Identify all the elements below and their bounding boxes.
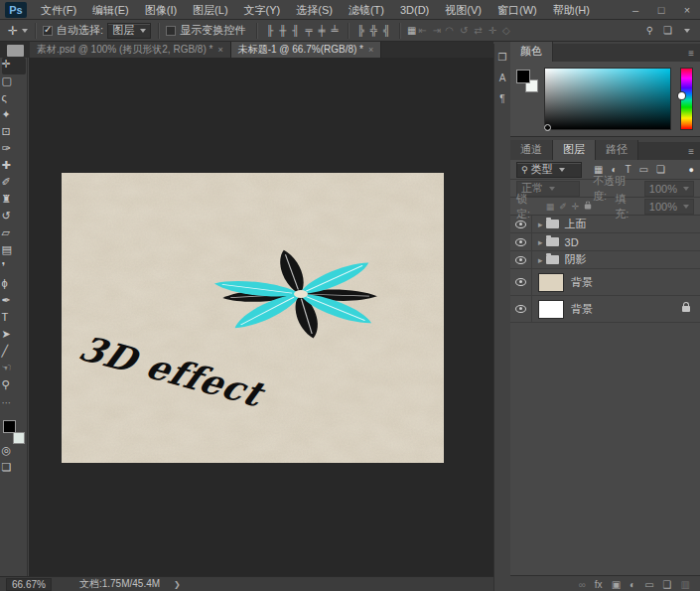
3d-slide-icon[interactable]: ✛ (489, 25, 496, 36)
menu-layer[interactable]: 图层(L) (185, 0, 235, 20)
maximize-button[interactable]: □ (648, 0, 674, 20)
history-panel-icon[interactable]: ❐ (498, 52, 507, 63)
align-center-v-icon[interactable]: ╪ (319, 25, 326, 36)
filter-toggle-icon[interactable]: ● (689, 165, 694, 175)
brush-tool[interactable]: ✐ (2, 176, 26, 193)
align-right-icon[interactable]: ╢ (292, 25, 299, 36)
tab-layers[interactable]: 图层 (553, 140, 596, 160)
hand-tool[interactable]: ☜ (2, 362, 26, 378)
filter-shape-layers-icon[interactable]: ▭ (639, 164, 648, 175)
saturation-brightness-field[interactable] (544, 68, 671, 130)
eyedropper-tool[interactable]: ✑ (2, 142, 26, 159)
menu-help[interactable]: 帮助(H) (545, 0, 598, 20)
document-canvas[interactable]: 3D effect (62, 173, 444, 463)
blur-tool[interactable]: ❜ (2, 260, 26, 277)
grid-icon[interactable]: ▦ (407, 25, 416, 36)
zoom-level-field[interactable]: 66.67% (6, 578, 52, 591)
filter-smart-objects-icon[interactable]: ❏ (656, 164, 665, 175)
type-tool[interactable]: T (2, 311, 26, 328)
visibility-toggle[interactable] (510, 233, 532, 250)
pen-tool[interactable]: ✒ (2, 294, 26, 311)
search-icon[interactable]: ⚲ (646, 25, 653, 36)
status-expand-icon[interactable]: ❯ (174, 580, 181, 589)
hue-slider-marker[interactable] (678, 92, 685, 99)
character-panel-icon[interactable]: A (499, 73, 506, 83)
dodge-tool[interactable]: ϕ (2, 277, 26, 294)
panel-menu-icon[interactable]: ≡ (682, 48, 700, 62)
chevron-down-icon[interactable] (22, 29, 28, 33)
menu-filter[interactable]: 滤镜(T) (341, 0, 392, 20)
crop-tool[interactable]: ⊡ (2, 125, 26, 142)
new-group-icon[interactable]: ▭ (644, 579, 653, 590)
menu-edit[interactable]: 编辑(E) (84, 0, 137, 20)
healing-brush-tool[interactable]: ✚ (2, 159, 26, 176)
distribute-center-icon[interactable]: ╬ (370, 25, 377, 36)
3d-orbit-icon[interactable]: ◠ (445, 25, 454, 36)
eraser-tool[interactable]: ▱ (2, 226, 26, 243)
minimize-button[interactable]: – (623, 0, 648, 20)
menu-select[interactable]: 选择(S) (288, 0, 341, 20)
opacity-dropdown[interactable]: 100% (644, 181, 694, 197)
snap-right-icon[interactable]: ⇥ (433, 25, 441, 36)
align-left-icon[interactable]: ╟ (266, 25, 273, 36)
disclosure-triangle-icon[interactable]: ▸ (538, 255, 543, 265)
visibility-toggle[interactable] (510, 216, 532, 232)
background-color-swatch[interactable] (13, 432, 25, 444)
lock-position-icon[interactable]: ✛ (572, 202, 580, 212)
history-brush-tool[interactable]: ↺ (2, 210, 26, 226)
color-picker-marker[interactable] (544, 124, 551, 131)
layer-row-group-top[interactable]: ▸ 上面 (510, 216, 700, 233)
zoom-tool[interactable]: ⚲ (2, 378, 26, 395)
align-bottom-icon[interactable]: ╧ (332, 25, 339, 36)
gradient-tool[interactable]: ▤ (2, 243, 26, 260)
tab-paths[interactable]: 路径 (596, 140, 638, 160)
disclosure-triangle-icon[interactable]: ▸ (538, 237, 543, 247)
auto-select-dropdown[interactable]: 图层 (107, 23, 151, 39)
foreground-color-swatch[interactable] (516, 70, 530, 83)
visibility-toggle[interactable] (510, 296, 532, 322)
new-layer-icon[interactable]: ❑ (663, 579, 672, 590)
lock-image-pixels-icon[interactable]: ✐ (559, 202, 567, 212)
layer-mask-icon[interactable]: ▣ (612, 579, 621, 590)
distribute-left-icon[interactable]: ╠ (357, 25, 364, 36)
menu-image[interactable]: 图像(I) (137, 0, 185, 20)
distribute-right-icon[interactable]: ╣ (383, 25, 390, 36)
document-tab-untitled[interactable]: 未标题-1 @ 66.7%(RGB/8) * × (231, 42, 382, 58)
show-transform-checkbox[interactable] (166, 26, 176, 36)
close-icon[interactable]: × (217, 45, 222, 55)
layer-row-background-copy[interactable]: 背景 (510, 269, 700, 296)
delete-layer-icon[interactable]: ▥ (681, 579, 690, 590)
lock-transparent-pixels-icon[interactable]: ▦ (546, 202, 555, 212)
visibility-toggle[interactable] (510, 269, 532, 295)
tab-color[interactable]: 颜色 (510, 42, 553, 62)
hue-slider[interactable] (680, 68, 693, 130)
foreground-color-swatch[interactable] (3, 420, 16, 433)
link-layers-icon[interactable]: ∞ (579, 579, 586, 590)
align-top-icon[interactable]: ╤ (305, 25, 312, 36)
layer-row-group-shadow[interactable]: ▸ 阴影 (510, 251, 700, 269)
layer-style-icon[interactable]: fx (595, 579, 603, 590)
edit-toolbar-icon[interactable]: ⋯ (2, 397, 26, 414)
quick-select-tool[interactable]: ✦ (2, 108, 26, 125)
lock-all-icon[interactable] (585, 204, 591, 209)
auto-select-checkbox[interactable] (43, 26, 53, 36)
shape-tool[interactable]: ╱ (2, 345, 26, 362)
screen-mode-icon[interactable]: ❏ (2, 461, 26, 478)
workspace-switcher-icon[interactable]: ❏ (663, 25, 672, 36)
3d-pan-icon[interactable]: ⇄ (474, 25, 482, 36)
path-select-tool[interactable]: ➤ (2, 328, 26, 345)
layer-filter-dropdown[interactable]: ⚲ 类型 (516, 162, 582, 178)
close-button[interactable]: × (674, 0, 700, 20)
visibility-toggle[interactable] (510, 251, 532, 268)
lasso-tool[interactable]: ς (2, 91, 26, 108)
paragraph-panel-icon[interactable]: ¶ (499, 93, 504, 104)
layer-row-background[interactable]: 背景 (510, 296, 700, 323)
disclosure-triangle-icon[interactable]: ▸ (538, 220, 543, 229)
clone-stamp-tool[interactable]: ♜ (2, 193, 26, 210)
3d-roll-icon[interactable]: ↺ (460, 25, 468, 36)
layer-row-group-3d[interactable]: ▸ 3D (510, 233, 700, 251)
move-tool[interactable]: ✛ (2, 58, 26, 74)
menu-window[interactable]: 窗口(W) (490, 0, 545, 20)
tab-channels[interactable]: 通道 (510, 140, 553, 160)
snap-left-icon[interactable]: ⇤ (418, 25, 426, 36)
